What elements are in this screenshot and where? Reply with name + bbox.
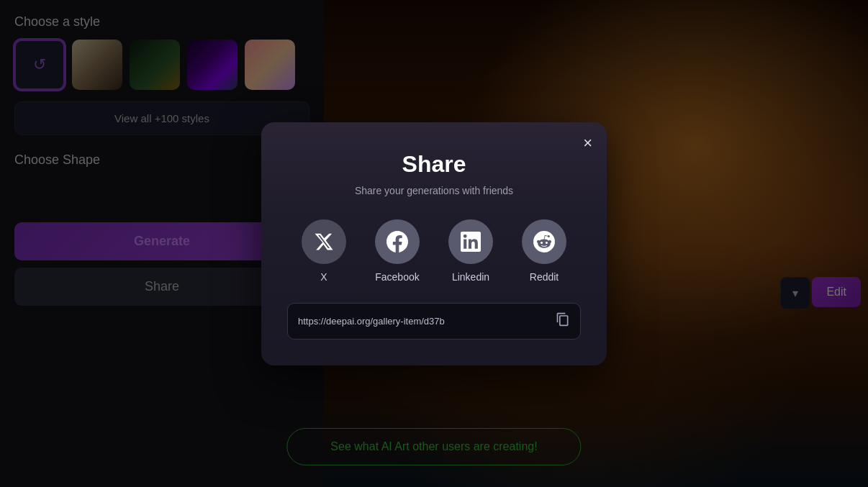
social-item-facebook[interactable]: Facebook xyxy=(375,219,420,283)
x-icon-circle xyxy=(302,219,346,264)
facebook-logo-icon xyxy=(386,231,408,252)
linkedin-icon-circle xyxy=(448,219,493,264)
social-item-x[interactable]: X xyxy=(302,219,346,283)
x-logo-icon xyxy=(314,232,334,252)
modal-close-button[interactable]: × xyxy=(583,134,592,153)
share-modal: × Share Share your generations with frie… xyxy=(261,122,607,365)
modal-subtitle: Share your generations with friends xyxy=(287,185,581,196)
share-url-row: https://deepai.org/gallery-item/d37b xyxy=(287,303,581,340)
facebook-icon-circle xyxy=(375,219,420,264)
social-item-linkedin[interactable]: Linkedin xyxy=(448,219,493,283)
social-item-reddit[interactable]: Reddit xyxy=(522,219,566,283)
share-url-text: https://deepai.org/gallery-item/d37b xyxy=(298,316,548,327)
modal-title: Share xyxy=(287,151,581,178)
copy-url-button[interactable] xyxy=(556,312,570,330)
social-icons-row: X Facebook Linkedin xyxy=(287,219,581,283)
copy-icon xyxy=(556,312,570,327)
x-label: X xyxy=(320,271,327,283)
reddit-label: Reddit xyxy=(530,271,559,283)
reddit-logo-icon xyxy=(533,231,555,252)
facebook-label: Facebook xyxy=(375,271,419,283)
linkedin-logo-icon xyxy=(461,232,481,252)
linkedin-label: Linkedin xyxy=(452,271,489,283)
reddit-icon-circle xyxy=(522,219,566,264)
